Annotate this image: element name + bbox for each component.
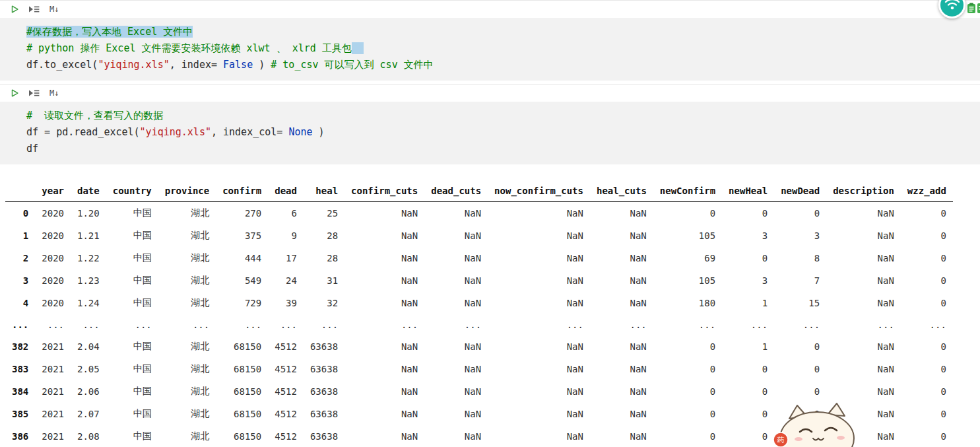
table-cell: NaN [488,403,590,425]
table-cell: NaN [826,380,901,403]
row-index: ... [5,314,35,335]
table-cell: NaN [344,403,424,425]
table-cell: 1.23 [71,269,106,292]
run-all-below-icon[interactable] [28,5,40,13]
table-cell: 375 [216,224,268,247]
table-cell: 0 [774,358,826,380]
table-cell: 0 [722,247,774,269]
table-cell: 24 [268,269,304,292]
table-cell: NaN [488,358,590,380]
table-cell: ... [722,314,774,335]
table-cell: ... [901,314,953,335]
table-cell: NaN [590,380,653,403]
row-index: 385 [5,403,35,425]
code-token: , index= [170,59,223,71]
table-cell: NaN [826,247,901,269]
table-cell: ... [590,314,653,335]
table-cell: 0 [901,358,953,380]
table-cell: NaN [488,202,590,225]
markdown-toggle[interactable]: M↓ [49,88,59,98]
table-cell: NaN [590,358,653,380]
table-cell: 63638 [304,335,344,358]
table-cell: 湖北 [158,403,216,425]
code-cell-1[interactable]: #保存数据，写入本地 Excel 文件中# python 操作 Excel 文件… [0,18,980,81]
code-token [352,42,364,54]
code-line[interactable]: #保存数据，写入本地 Excel 文件中 [26,24,980,40]
table-cell: 湖北 [158,380,216,403]
table-cell: 2.08 [71,425,106,447]
table-cell: NaN [344,292,424,314]
table-cell: ... [216,314,268,335]
table-cell: NaN [590,224,653,247]
table-cell: 0 [901,224,953,247]
clipboard-icon[interactable] [967,3,976,17]
code-line[interactable]: # 读取文件，查看写入的数据 [26,108,980,124]
table-cell: 湖北 [158,247,216,269]
table-cell: NaN [424,292,488,314]
table-cell: 68150 [216,425,268,447]
code-token: ) [313,126,325,138]
column-header: confirm_cuts [344,180,424,202]
table-cell: 729 [216,292,268,314]
run-all-below-icon[interactable] [28,89,40,97]
table-cell: 0 [722,403,774,425]
table-cell: 1.24 [71,292,106,314]
table-cell: NaN [826,269,901,292]
table-cell: 1.21 [71,224,106,247]
table-cell: 15 [774,292,826,314]
table-cell: 2021 [35,425,71,447]
code-line[interactable]: # python 操作 Excel 文件需要安装环境依赖 xlwt 、 xlrd… [26,40,980,57]
edge-clipped-icon[interactable] [977,3,980,16]
table-cell: NaN [344,202,424,225]
markdown-toggle[interactable]: M↓ [49,5,59,14]
dataframe-output: yeardatecountryprovinceconfirmdeadhealco… [5,180,980,447]
table-cell: 4512 [268,335,304,358]
column-header: date [71,180,106,202]
table-cell: 2.06 [71,380,106,403]
table-cell: 0 [774,380,826,403]
code-cell-2[interactable]: # 读取文件，查看写入的数据df = pd.read_excel("yiqing… [0,102,980,164]
table-cell: 湖北 [158,269,216,292]
table-cell: NaN [590,335,653,358]
table-cell: NaN [826,224,901,247]
table-cell: 湖北 [158,224,216,247]
table-cell: 0 [901,425,953,447]
table-cell: 270 [216,202,268,225]
table-cell: 0 [722,202,774,225]
table-cell: 63638 [304,425,344,447]
table-cell: 3 [774,224,826,247]
header-row: yeardatecountryprovinceconfirmdeadhealco… [5,180,953,202]
table-cell: 2020 [35,224,71,247]
code-line[interactable]: df.to_excel("yiqing.xls", index= False )… [26,57,980,73]
table-cell: 444 [216,247,268,269]
column-header: now_confirm_cuts [488,180,590,202]
table-cell: NaN [488,247,590,269]
code-line[interactable]: df [26,141,980,157]
table-cell: 180 [653,292,722,314]
table-cell: 4512 [268,425,304,447]
code-token: False [223,59,253,71]
table-cell: NaN [488,380,590,403]
table-cell: NaN [826,202,901,225]
cell-toolbar-1: M↓ [0,0,980,18]
table-cell: NaN [826,335,901,358]
column-header: year [35,180,71,202]
code-token: , index_col= [211,126,288,138]
table-cell: NaN [488,224,590,247]
table-cell: ... [488,314,590,335]
code-token: df.to_excel( [26,59,98,71]
table-cell: 549 [216,269,268,292]
code-line[interactable]: df = pd.read_excel("yiqing.xls", index_c… [26,124,980,141]
table-cell: NaN [488,269,590,292]
table-cell: 0 [774,425,826,447]
row-index: 3 [5,269,35,292]
table-cell: ... [158,314,216,335]
table-cell: 0 [653,425,722,447]
table-cell: 湖北 [158,292,216,314]
table-cell: 105 [653,269,722,292]
run-cell-icon[interactable] [11,89,18,97]
run-cell-icon[interactable] [11,5,18,13]
table-cell: 2021 [35,358,71,380]
table-row: 38620212.08中国湖北68150451263638NaNNaNNaNNa… [5,425,953,447]
table-cell: 0 [653,380,722,403]
